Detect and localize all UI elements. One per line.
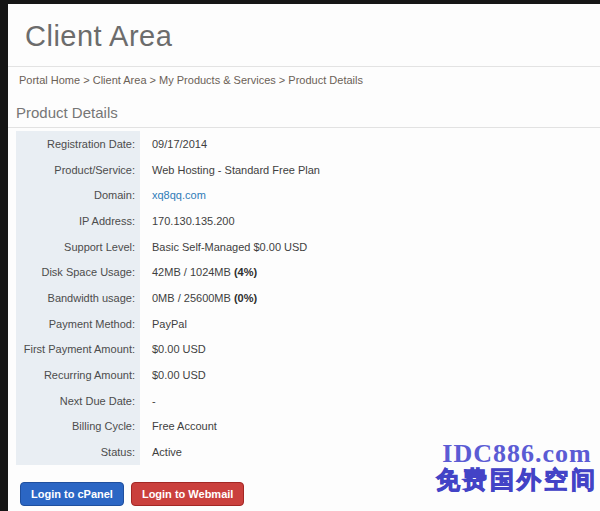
row-value: Web Hosting - Standard Free Plan bbox=[140, 164, 320, 176]
action-buttons: Login to cPanel Login to Webmail bbox=[20, 482, 244, 506]
row-value: Active bbox=[140, 446, 182, 458]
row-value: 42MB / 1024MB (4%) bbox=[140, 266, 257, 278]
breadcrumb-link-client-area[interactable]: Client Area bbox=[93, 74, 147, 86]
row-value: 170.130.135.200 bbox=[140, 215, 235, 227]
breadcrumb-separator: > bbox=[80, 74, 93, 86]
table-row-billing-cycle: Billing Cycle: Free Account bbox=[16, 414, 586, 440]
row-label: Domain: bbox=[16, 182, 140, 208]
row-label: IP Address: bbox=[16, 208, 140, 234]
row-label: Status: bbox=[16, 439, 140, 465]
table-row-registration-date: Registration Date: 09/17/2014 bbox=[16, 131, 586, 157]
divider bbox=[8, 127, 600, 128]
top-frame-bar bbox=[0, 0, 600, 4]
row-label: Next Due Date: bbox=[16, 388, 140, 414]
product-details-table: Registration Date: 09/17/2014 Product/Se… bbox=[16, 131, 586, 465]
row-label: Bandwidth usage: bbox=[16, 285, 140, 311]
row-value: PayPal bbox=[140, 318, 187, 330]
row-value-bold: (0%) bbox=[234, 292, 257, 304]
divider bbox=[8, 66, 600, 67]
table-row-bandwidth-usage: Bandwidth usage: 0MB / 25600MB (0%) bbox=[16, 285, 586, 311]
row-value: Basic Self-Managed $0.00 USD bbox=[140, 241, 307, 253]
row-label: Disk Space Usage: bbox=[16, 259, 140, 285]
table-row-disk-space-usage: Disk Space Usage: 42MB / 1024MB (4%) bbox=[16, 259, 586, 285]
row-value-text: Basic Self-Managed $0.00 USD bbox=[152, 241, 307, 253]
breadcrumb: Portal Home > Client Area > My Products … bbox=[19, 74, 363, 86]
row-value: Free Account bbox=[140, 420, 217, 432]
row-value-text: Free Account bbox=[152, 420, 217, 432]
table-row-first-payment-amount: First Payment Amount: $0.00 USD bbox=[16, 337, 586, 363]
breadcrumb-link-portal-home[interactable]: Portal Home bbox=[19, 74, 80, 86]
login-to-cpanel-button[interactable]: Login to cPanel bbox=[20, 482, 124, 506]
row-label: Registration Date: bbox=[16, 131, 140, 157]
row-value-text: 0MB / 25600MB bbox=[152, 292, 234, 304]
row-label: Billing Cycle: bbox=[16, 414, 140, 440]
table-row-ip-address: IP Address: 170.130.135.200 bbox=[16, 208, 586, 234]
table-row-status: Status: Active bbox=[16, 439, 586, 465]
table-row-support-level: Support Level: Basic Self-Managed $0.00 … bbox=[16, 234, 586, 260]
watermark-chinese-text: 免费国外空间 bbox=[436, 466, 598, 494]
row-value: xq8qq.com bbox=[140, 189, 206, 201]
table-row-next-due-date: Next Due Date: - bbox=[16, 388, 586, 414]
domain-link[interactable]: xq8qq.com bbox=[152, 189, 206, 201]
row-label: Payment Method: bbox=[16, 311, 140, 337]
table-row-product-service: Product/Service: Web Hosting - Standard … bbox=[16, 157, 586, 183]
row-value-text: 170.130.135.200 bbox=[152, 215, 235, 227]
row-label: Product/Service: bbox=[16, 157, 140, 183]
row-value-text: $0.00 USD bbox=[152, 369, 206, 381]
table-row-recurring-amount: Recurring Amount: $0.00 USD bbox=[16, 362, 586, 388]
left-frame-bar bbox=[0, 0, 8, 511]
row-value-text: Web Hosting - Standard Free Plan bbox=[152, 164, 320, 176]
row-value: 09/17/2014 bbox=[140, 138, 207, 150]
breadcrumb-separator: > bbox=[276, 74, 289, 86]
table-row-payment-method: Payment Method: PayPal bbox=[16, 311, 586, 337]
row-value: $0.00 USD bbox=[140, 369, 206, 381]
section-title: Product Details bbox=[16, 104, 118, 121]
row-value: $0.00 USD bbox=[140, 343, 206, 355]
breadcrumb-current-product-details: Product Details bbox=[288, 74, 363, 86]
row-value-bold: (4%) bbox=[234, 266, 257, 278]
row-value: 0MB / 25600MB (0%) bbox=[140, 292, 257, 304]
status-value: Active bbox=[152, 446, 182, 458]
table-row-domain: Domain: xq8qq.com bbox=[16, 182, 586, 208]
row-value-text: PayPal bbox=[152, 318, 187, 330]
breadcrumb-link-my-products-services[interactable]: My Products & Services bbox=[159, 74, 276, 86]
row-value-text: $0.00 USD bbox=[152, 343, 206, 355]
row-label: Support Level: bbox=[16, 234, 140, 260]
row-value-text: 09/17/2014 bbox=[152, 138, 207, 150]
row-value: - bbox=[140, 395, 156, 407]
page-title: Client Area bbox=[25, 20, 172, 53]
client-area-page: Client Area Portal Home > Client Area > … bbox=[0, 0, 600, 511]
row-value-text: 42MB / 1024MB bbox=[152, 266, 234, 278]
breadcrumb-separator: > bbox=[147, 74, 160, 86]
login-to-webmail-button[interactable]: Login to Webmail bbox=[131, 482, 244, 506]
row-label: First Payment Amount: bbox=[16, 337, 140, 363]
row-label: Recurring Amount: bbox=[16, 362, 140, 388]
row-value-text: - bbox=[152, 395, 156, 407]
